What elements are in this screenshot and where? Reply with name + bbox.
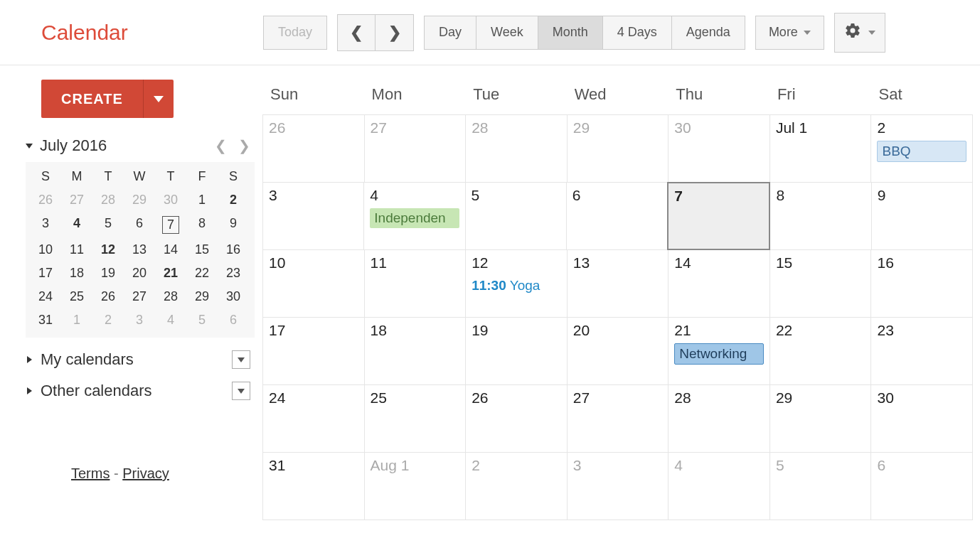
view-month-button[interactable]: Month — [538, 16, 603, 50]
calendar-section[interactable]: My calendars — [0, 338, 263, 369]
mini-day-cell[interactable]: 24 — [30, 285, 61, 308]
calendar-day-cell[interactable]: 30 — [870, 384, 973, 453]
calendar-day-cell[interactable]: 17 — [262, 317, 365, 385]
calendar-day-cell[interactable]: 8 — [769, 182, 871, 250]
calendar-day-cell[interactable]: 30 — [668, 114, 770, 183]
create-button[interactable]: CREATE — [41, 80, 174, 118]
calendar-day-cell[interactable]: 28 — [668, 384, 770, 453]
calendar-day-cell[interactable]: 11 — [364, 249, 467, 318]
calendar-day-cell[interactable]: 2BBQ — [870, 114, 973, 183]
mini-day-cell[interactable]: 12 — [92, 238, 124, 262]
calendar-day-cell[interactable]: 5 — [769, 452, 872, 520]
calendar-day-cell[interactable]: 6 — [870, 452, 973, 520]
calendar-day-cell[interactable]: 18 — [364, 317, 467, 385]
mini-day-cell[interactable]: 1 — [61, 308, 92, 332]
settings-button[interactable] — [834, 13, 885, 53]
mini-prev-button[interactable]: ❮ — [211, 138, 231, 154]
mini-day-cell[interactable]: 30 — [218, 285, 249, 308]
event[interactable]: 11:30 Yoga — [472, 276, 561, 296]
calendar-day-cell[interactable]: 9 — [871, 182, 973, 250]
calendar-day-cell[interactable]: 7 — [667, 182, 770, 250]
mini-day-cell[interactable]: 28 — [92, 188, 124, 212]
mini-day-cell[interactable]: 18 — [61, 262, 92, 285]
calendar-day-cell[interactable]: 3 — [262, 182, 364, 250]
privacy-link[interactable]: Privacy — [122, 465, 169, 481]
mini-day-cell[interactable]: 6 — [218, 308, 249, 332]
prev-button[interactable]: ❮ — [337, 14, 376, 51]
calendar-day-cell[interactable]: 2 — [465, 452, 568, 520]
mini-day-cell[interactable]: 4 — [155, 308, 186, 332]
mini-day-cell[interactable]: 3 — [124, 308, 155, 332]
calendar-day-cell[interactable]: 22 — [769, 317, 872, 385]
mini-day-cell[interactable]: 5 — [92, 212, 124, 238]
calendar-section-dropdown[interactable] — [232, 350, 250, 369]
mini-day-cell[interactable]: 6 — [124, 212, 155, 238]
mini-day-cell[interactable]: 19 — [92, 262, 124, 285]
mini-day-cell[interactable]: 5 — [186, 308, 218, 332]
mini-day-cell[interactable]: 29 — [124, 188, 155, 212]
mini-day-cell[interactable]: 17 — [30, 262, 61, 285]
calendar-day-cell[interactable]: 23 — [870, 317, 973, 385]
mini-day-cell[interactable]: 27 — [61, 188, 92, 212]
calendar-day-cell[interactable]: 10 — [262, 249, 365, 318]
mini-day-cell[interactable]: 4 — [61, 212, 92, 238]
mini-next-button[interactable]: ❯ — [234, 138, 255, 154]
mini-day-cell[interactable]: 16 — [218, 238, 249, 262]
next-button[interactable]: ❯ — [376, 14, 414, 51]
mini-day-cell[interactable]: 21 — [155, 262, 186, 285]
view-4-days-button[interactable]: 4 Days — [603, 16, 672, 50]
mini-day-cell[interactable]: 30 — [155, 188, 186, 212]
mini-day-cell[interactable]: 7 — [155, 212, 186, 238]
mini-day-cell[interactable]: 29 — [186, 285, 218, 308]
calendar-day-cell[interactable]: 6 — [566, 182, 668, 250]
mini-day-cell[interactable]: 22 — [186, 262, 218, 285]
mini-day-cell[interactable]: 31 — [30, 308, 61, 332]
mini-day-cell[interactable]: 27 — [124, 285, 155, 308]
calendar-day-cell[interactable]: 31 — [262, 452, 365, 520]
calendar-day-cell[interactable]: 21Networking — [668, 317, 770, 385]
calendar-day-cell[interactable]: 4Independen — [363, 182, 465, 250]
calendar-section[interactable]: Other calendars — [0, 369, 263, 400]
mini-day-cell[interactable]: 2 — [218, 188, 249, 212]
mini-day-cell[interactable]: 25 — [61, 285, 92, 308]
terms-link[interactable]: Terms — [71, 465, 110, 481]
calendar-day-cell[interactable]: 15 — [769, 249, 872, 318]
calendar-day-cell[interactable]: 27 — [567, 384, 669, 453]
event[interactable]: Networking — [674, 343, 764, 365]
mini-day-cell[interactable]: 28 — [155, 285, 186, 308]
mini-day-cell[interactable]: 13 — [124, 238, 155, 262]
calendar-section-dropdown[interactable] — [232, 382, 250, 400]
calendar-day-cell[interactable]: 27 — [364, 114, 467, 183]
view-week-button[interactable]: Week — [476, 16, 538, 50]
calendar-day-cell[interactable]: 29 — [567, 114, 669, 183]
more-button[interactable]: More — [755, 16, 824, 50]
mini-day-cell[interactable]: 2 — [92, 308, 124, 332]
mini-day-cell[interactable]: 15 — [186, 238, 218, 262]
today-button[interactable]: Today — [263, 16, 327, 50]
event[interactable]: BBQ — [877, 141, 966, 162]
calendar-day-cell[interactable]: 19 — [465, 317, 568, 385]
calendar-day-cell[interactable]: 16 — [870, 249, 973, 318]
calendar-day-cell[interactable]: 1211:30 Yoga — [465, 249, 568, 318]
mini-day-cell[interactable]: 26 — [30, 188, 61, 212]
view-agenda-button[interactable]: Agenda — [672, 16, 745, 50]
calendar-day-cell[interactable]: 4 — [668, 452, 770, 520]
create-dropdown[interactable] — [143, 80, 174, 118]
mini-day-cell[interactable]: 8 — [186, 212, 218, 238]
mini-day-cell[interactable]: 1 — [186, 188, 218, 212]
calendar-day-cell[interactable]: 26 — [262, 114, 365, 183]
event[interactable]: Independen — [370, 208, 459, 228]
calendar-day-cell[interactable]: Aug 1 — [364, 452, 467, 520]
view-day-button[interactable]: Day — [424, 16, 476, 50]
calendar-day-cell[interactable]: 20 — [567, 317, 669, 385]
calendar-day-cell[interactable]: 28 — [465, 114, 568, 183]
calendar-day-cell[interactable]: 13 — [567, 249, 669, 318]
calendar-day-cell[interactable]: 26 — [465, 384, 568, 453]
calendar-day-cell[interactable]: 29 — [769, 384, 872, 453]
mini-day-cell[interactable]: 23 — [218, 262, 249, 285]
mini-day-cell[interactable]: 20 — [124, 262, 155, 285]
calendar-day-cell[interactable]: 14 — [668, 249, 770, 318]
calendar-day-cell[interactable]: Jul 1 — [769, 114, 872, 183]
mini-day-cell[interactable]: 3 — [30, 212, 61, 238]
mini-day-cell[interactable]: 10 — [30, 238, 61, 262]
